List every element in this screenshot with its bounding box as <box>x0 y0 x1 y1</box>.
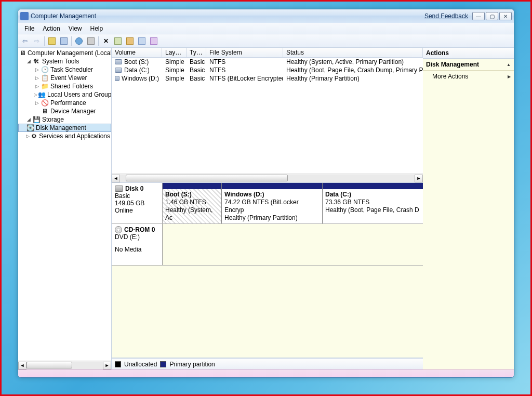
tree-shared-folders[interactable]: ▷📁Shared Folders <box>18 82 111 90</box>
nav-forward-button[interactable]: ⇨ <box>31 36 43 46</box>
legend-unallocated-label: Unallocated <box>124 361 157 368</box>
cdrom-row[interactable]: CD-ROM 0 DVD (E:) No Media <box>112 224 423 266</box>
rescan-button[interactable] <box>136 36 148 46</box>
volume-list-body[interactable]: Boot (S:) Simple Basic NTFS Healthy (Sys… <box>112 58 423 174</box>
title-bar[interactable]: Computer Management Send Feedback — ▢ ✕ <box>18 9 514 23</box>
drive-icon <box>115 76 119 81</box>
menu-bar: File Action View Help <box>18 23 514 34</box>
vol-layout: Simple <box>162 58 187 65</box>
action-more-actions[interactable]: More Actions ▶ <box>423 71 514 82</box>
desktop-background: Computer Management Send Feedback — ▢ ✕ … <box>0 0 532 396</box>
tree-device-manager-label: Device Manager <box>50 108 96 115</box>
vol-name: Data (C:) <box>124 67 150 74</box>
volume-list-h-scrollbar[interactable]: ◄ ► <box>112 174 423 182</box>
disk0-label[interactable]: Disk 0 Basic 149.05 GB Online <box>112 183 163 223</box>
tree-storage[interactable]: ◢💾Storage <box>18 115 111 124</box>
partition-status: Healthy (Primary Partition) <box>224 214 320 222</box>
vol-name: Windows (D:) <box>122 75 159 82</box>
tree-root[interactable]: 🖥 Computer Management (Local <box>18 49 111 57</box>
partition-windows[interactable]: Windows (D:) 74.22 GB NTFS (BitLocker En… <box>222 183 323 223</box>
partition-data[interactable]: Data (C:) 73.36 GB NTFS Healthy (Boot, P… <box>323 183 423 223</box>
storage-icon: 💾 <box>32 116 41 123</box>
expand-icon[interactable]: ▷ <box>25 134 31 139</box>
legend-primary-label: Primary partition <box>169 361 215 368</box>
disk0-row[interactable]: Disk 0 Basic 149.05 GB Online Boot (S:) … <box>112 183 423 224</box>
expand-icon[interactable]: ▷ <box>34 75 40 81</box>
tree-services-apps[interactable]: ▷⚙Services and Applications <box>18 132 111 140</box>
delete-button[interactable]: ✕ <box>100 36 112 46</box>
tree-system-tools-label: System Tools <box>42 58 79 65</box>
performance-icon: 🚫 <box>41 99 49 107</box>
col-type[interactable]: Type <box>187 48 206 57</box>
close-button[interactable]: ✕ <box>499 12 512 20</box>
volume-row[interactable]: Windows (D:) Simple Basic NTFS (BitLocke… <box>112 74 423 83</box>
partition-header <box>222 183 322 189</box>
event-viewer-icon: 📋 <box>41 74 49 82</box>
nav-back-button[interactable]: ⇦ <box>19 36 31 46</box>
col-status[interactable]: Status <box>283 48 423 57</box>
tree-h-scrollbar[interactable]: ◄ ► <box>18 361 111 369</box>
volume-list-header: Volume Layout Type File System Status <box>112 48 423 58</box>
console-tree[interactable]: 🖥 Computer Management (Local ◢ 🛠 System … <box>18 48 111 361</box>
menu-action[interactable]: Action <box>38 24 64 33</box>
collapse-icon[interactable]: ◢ <box>25 117 32 122</box>
volume-row[interactable]: Boot (S:) Simple Basic NTFS Healthy (Sys… <box>112 58 423 66</box>
send-feedback-link[interactable]: Send Feedback <box>424 12 468 20</box>
expand-icon[interactable]: ▷ <box>34 100 40 105</box>
graphical-empty-area <box>112 266 423 358</box>
tree-event-viewer[interactable]: ▷📋Event Viewer <box>18 74 111 82</box>
tree-performance[interactable]: ▷🚫Performance <box>18 99 111 107</box>
vol-status: Healthy (Primary Partition) <box>283 75 423 82</box>
scroll-right-button[interactable]: ► <box>415 175 423 182</box>
tree-disk-management[interactable]: 💽Disk Management <box>18 124 111 132</box>
tree-device-manager[interactable]: 🖥Device Manager <box>18 107 111 115</box>
vol-type: Basic <box>187 58 206 65</box>
expand-icon[interactable]: ▷ <box>34 92 37 97</box>
collapse-icon[interactable]: ◢ <box>25 59 32 64</box>
mmc-window: Computer Management Send Feedback — ▢ ✕ … <box>18 9 514 378</box>
tree-local-users[interactable]: ▷👥Local Users and Groups <box>18 90 111 99</box>
properties-button[interactable] <box>112 36 124 46</box>
tree-disk-management-label: Disk Management <box>36 124 86 131</box>
partition-size: 74.22 GB NTFS (BitLocker Encryp <box>224 199 320 214</box>
extra-button[interactable] <box>148 36 159 46</box>
volume-row[interactable]: Data (C:) Simple Basic NTFS Healthy (Boo… <box>112 66 423 74</box>
show-hide-tree-button[interactable] <box>58 36 70 46</box>
settings-button[interactable] <box>124 36 136 46</box>
maximize-button[interactable]: ▢ <box>486 12 498 20</box>
actions-pane: Actions Disk Management ▲ More Actions ▶ <box>423 48 514 369</box>
vol-name: Boot (S:) <box>124 58 149 65</box>
scroll-thumb[interactable] <box>26 362 72 368</box>
vol-fs: NTFS <box>206 58 283 65</box>
expand-icon[interactable]: ▷ <box>34 84 40 89</box>
col-volume[interactable]: Volume <box>112 48 162 57</box>
up-level-button[interactable] <box>46 36 58 46</box>
partition-title: Boot (S:) <box>165 191 219 199</box>
refresh-button[interactable] <box>85 36 97 46</box>
status-bar <box>18 369 514 377</box>
col-filesystem[interactable]: File System <box>206 48 283 57</box>
minimize-button[interactable]: — <box>472 12 485 20</box>
actions-group-disk-management[interactable]: Disk Management ▲ <box>423 59 514 71</box>
expand-icon[interactable]: ▷ <box>34 67 40 72</box>
vol-status: Healthy (System, Active, Primary Partiti… <box>283 58 423 65</box>
col-layout[interactable]: Layout <box>162 48 187 57</box>
partition-title: Data (C:) <box>325 191 420 199</box>
cdrom-type: DVD (E:) <box>115 233 159 241</box>
menu-view[interactable]: View <box>64 24 86 33</box>
partition-header <box>323 183 423 189</box>
tree-shared-folders-label: Shared Folders <box>50 83 93 90</box>
tree-system-tools[interactable]: ◢ 🛠 System Tools <box>18 57 111 65</box>
tree-performance-label: Performance <box>50 99 86 107</box>
menu-file[interactable]: File <box>20 24 38 33</box>
scroll-right-button[interactable]: ► <box>103 362 111 369</box>
cdrom-label[interactable]: CD-ROM 0 DVD (E:) No Media <box>112 224 163 265</box>
partition-boot[interactable]: Boot (S:) 1.46 GB NTFS Healthy (System, … <box>163 183 222 223</box>
scroll-thumb[interactable] <box>126 175 288 181</box>
scroll-left-button[interactable]: ◄ <box>112 175 120 182</box>
scroll-left-button[interactable]: ◄ <box>18 362 26 369</box>
details-pane: Volume Layout Type File System Status Bo… <box>112 48 423 369</box>
help-button[interactable] <box>73 36 85 46</box>
tree-task-scheduler[interactable]: ▷🕑Task Scheduler <box>18 65 111 74</box>
menu-help[interactable]: Help <box>86 24 108 33</box>
